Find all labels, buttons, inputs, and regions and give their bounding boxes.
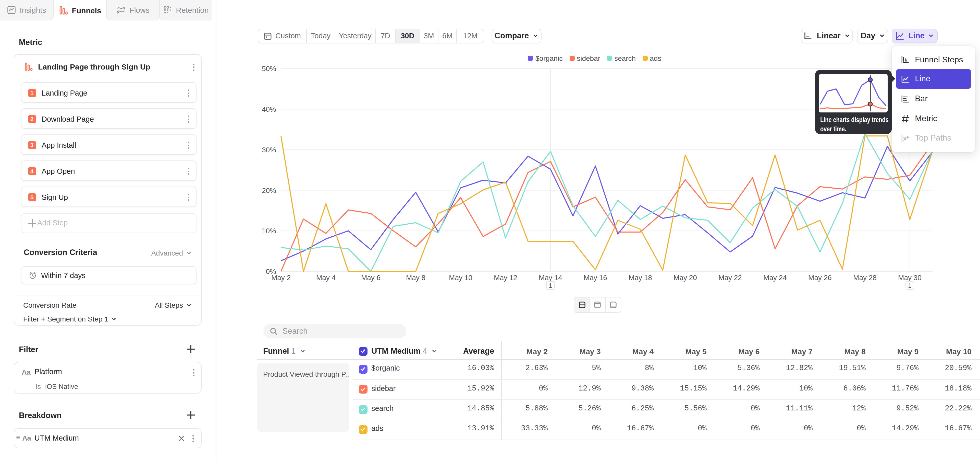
svg-text:May 16: May 16 (584, 274, 607, 282)
svg-text:May 14: May 14 (539, 274, 562, 282)
svg-text:10%: 10% (262, 227, 276, 235)
svg-text:20%: 20% (262, 187, 276, 195)
svg-text:50%: 50% (262, 65, 276, 73)
svg-text:May 24: May 24 (763, 274, 787, 282)
svg-text:May 30: May 30 (898, 274, 921, 282)
svg-text:May 26: May 26 (808, 274, 832, 282)
svg-text:May 20: May 20 (673, 274, 697, 282)
svg-text:May 6: May 6 (361, 274, 380, 282)
svg-text:May 4: May 4 (316, 274, 336, 282)
svg-text:May 10: May 10 (449, 274, 473, 282)
svg-text:May 22: May 22 (718, 274, 742, 282)
svg-text:May 2: May 2 (271, 274, 291, 282)
svg-text:40%: 40% (262, 105, 276, 113)
svg-text:May 8: May 8 (406, 274, 425, 282)
svg-text:May 18: May 18 (628, 274, 652, 282)
svg-text:30%: 30% (262, 146, 276, 154)
svg-text:May 28: May 28 (853, 274, 877, 282)
svg-text:May 12: May 12 (494, 274, 517, 282)
